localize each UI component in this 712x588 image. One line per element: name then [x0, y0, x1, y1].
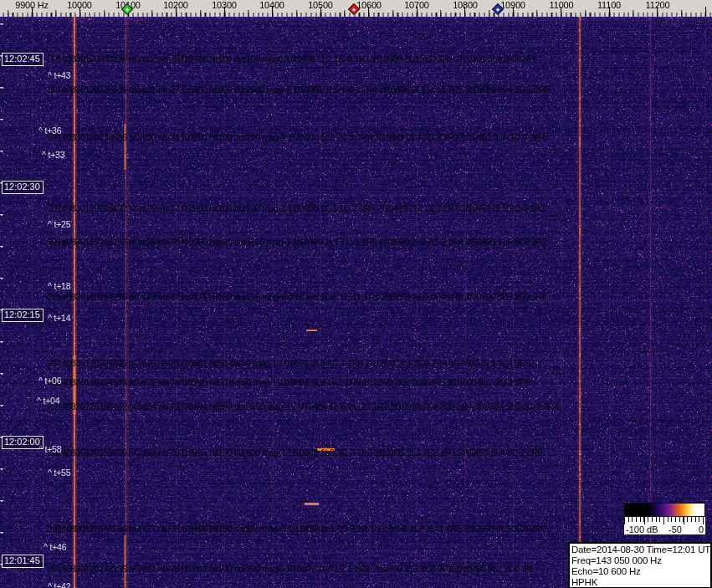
- db-label-max: 0: [699, 525, 704, 534]
- diamond-core-dot: [496, 8, 499, 11]
- ruler-frequency-label: 10000: [67, 1, 92, 10]
- ruler-frequency-label: 10500: [308, 1, 333, 10]
- ruler-frequency-label: 10200: [163, 1, 188, 10]
- db-scale-ruler: -100 dB -50 0: [624, 517, 705, 534]
- spectrogram-area[interactable]: [0, 17, 712, 588]
- ruler-frequency-label: 10600: [356, 1, 382, 10]
- spectrogram-canvas[interactable]: [0, 17, 712, 588]
- ruler-frequency-label: 10900: [500, 1, 525, 10]
- diamond-core-dot: [352, 8, 356, 11]
- status-info-box: Date=2014-08-30 Time=12:01 UTC Freq=143 …: [568, 542, 712, 588]
- ruler-frequency-label: 10400: [259, 1, 284, 10]
- frequency-ruler[interactable]: 9900 Hz100001010010200103001040010500106…: [0, 0, 712, 17]
- ruler-frequency-label: 9900 Hz: [15, 1, 49, 10]
- ruler-frequency-label: 10700: [404, 1, 429, 10]
- db-gradient-bar: [624, 503, 705, 517]
- diamond-core-dot: [125, 8, 129, 11]
- db-label-min: -100 dB: [626, 525, 658, 534]
- info-frequency: Freq=143 050 000 Hz: [571, 555, 709, 566]
- info-station-id: HPHK: [571, 577, 709, 588]
- db-scale-major-ticks: [624, 517, 705, 524]
- info-date-time: Date=2014-08-30 Time=12:01 UTC: [571, 545, 709, 555]
- spectrogram-window: 9900 Hz100001010010200103001040010500106…: [0, 0, 712, 588]
- ruler-frequency-label: 11000: [550, 1, 574, 10]
- ruler-frequency-label: 10800: [453, 1, 478, 10]
- ruler-frequency-label: 11100: [597, 1, 621, 10]
- db-label-mid: -50: [668, 525, 682, 534]
- ruler-frequency-label: 11200: [646, 1, 670, 10]
- db-scale-legend: -100 dB -50 0: [624, 503, 705, 534]
- info-echo: Echo=10 600 Hz: [571, 566, 709, 577]
- ruler-frequency-label: 10300: [212, 1, 237, 10]
